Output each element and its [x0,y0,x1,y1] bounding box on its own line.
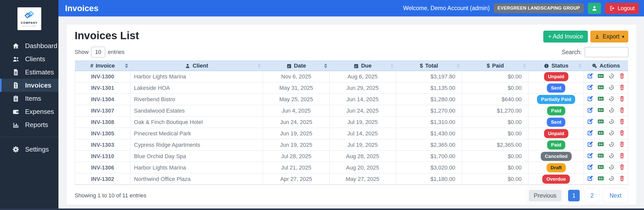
pagination: Previous 1 2 Next [527,188,628,203]
delete-invoice-button[interactable] [619,107,625,113]
edit-invoice-button[interactable] [587,95,593,102]
delete-invoice-button[interactable] [619,73,625,79]
users-icon [12,55,19,63]
edit-invoice-button[interactable] [587,73,593,79]
sidebar-item-dashboard[interactable]: Dashboard [0,39,58,52]
history-button[interactable] [608,107,615,113]
sidebar-item-settings[interactable]: Settings [0,143,58,156]
delete-invoice-button[interactable] [619,130,625,136]
history-button[interactable] [608,164,615,170]
edit-invoice-button[interactable] [587,175,593,182]
invoice-date: Jun 24, 2025 [263,116,329,128]
column-header-date[interactable]: Date [263,61,329,71]
delete-invoice-button[interactable] [619,141,625,148]
wallet-icon [12,108,19,115]
trash-icon [619,152,625,159]
edit-invoice-button[interactable] [587,118,593,125]
edit-invoice-button[interactable] [587,141,593,148]
record-payment-button[interactable]: $ [597,107,604,113]
record-payment-button[interactable]: $ [597,118,604,125]
edit-invoice-button[interactable] [587,152,593,159]
sidebar-item-reports[interactable]: Reports [0,118,58,131]
table-row[interactable]: INV-1301 Lakeside HOA May 31, 2025 Jun 2… [75,82,628,94]
edit-icon [587,175,593,182]
page-title: Invoices [65,4,98,13]
table-row[interactable]: INV-1305 Pinecrest Medical Park Jun 19, … [75,128,628,139]
show-label: Show [75,49,89,55]
paid-amount: $0.00 [462,173,528,185]
column-header-status[interactable]: Status [528,61,584,71]
history-icon [608,95,615,102]
svg-text:$: $ [598,132,600,134]
edit-invoice-button[interactable] [587,164,593,170]
client-name: Harbor Lights Marina [130,71,263,82]
svg-text:$: $ [15,85,17,88]
history-icon [608,118,615,125]
logout-button[interactable]: Logout [605,3,639,14]
page-length-select[interactable]: 10 [91,47,105,57]
delete-invoice-button[interactable] [619,118,625,125]
column-header-paid[interactable]: $Paid [462,61,528,71]
history-button[interactable] [608,175,615,182]
history-button[interactable] [608,95,615,102]
table-row[interactable]: INV-1300 Harbor Lights Marina Nov 6, 202… [75,71,628,82]
record-payment-button[interactable]: $ [597,164,604,170]
logout-label: Logout [618,5,635,12]
table-row[interactable]: INV-1304 Riverbend Bistro May 25, 2025 J… [75,94,628,105]
record-payment-button[interactable]: $ [597,130,604,136]
invoice-number: INV-1301 [75,82,130,94]
table-row[interactable]: INV-1303 Cypress Ridge Apartments Jun 19… [75,139,628,151]
invoice-number: INV-1305 [75,128,130,139]
delete-invoice-button[interactable] [619,84,625,91]
table-row[interactable]: INV-1306 Harbor Lights Marina Jul 21, 20… [75,162,628,173]
total-amount: $1,135.00 [396,82,462,94]
history-button[interactable] [608,152,615,159]
delete-invoice-button[interactable] [619,152,625,159]
column-header-due[interactable]: Due [329,61,396,71]
table-row[interactable]: INV-1310 Blue Orchid Day Spa Jul 28, 202… [75,151,628,162]
edit-invoice-button[interactable] [587,84,593,91]
delete-invoice-button[interactable] [619,95,625,102]
due-date: Jun 14, 2025 [329,94,396,105]
delete-invoice-button[interactable] [619,164,625,170]
sidebar-item-invoices[interactable]: $ Invoices [0,79,58,92]
add-invoice-button[interactable]: + Add Invoice [543,31,588,43]
due-date: Jul 14, 2025 [329,128,396,139]
page-2-button[interactable]: 2 [586,190,598,201]
previous-page-button[interactable]: Previous [529,190,561,201]
invoice-number: INV-1300 [75,71,130,82]
sidebar-item-clients[interactable]: Clients [0,52,58,66]
edit-invoice-button[interactable] [587,130,593,136]
history-button[interactable] [608,118,615,125]
export-button[interactable]: Export ▾ [590,31,628,43]
record-payment-button[interactable]: $ [597,141,604,148]
column-header-client[interactable]: Client [130,61,263,71]
user-account-button[interactable] [588,3,601,14]
page-1-button[interactable]: 1 [568,190,580,201]
svg-text:$: $ [598,143,600,146]
record-payment-button[interactable]: $ [597,73,604,79]
history-button[interactable] [608,84,615,91]
table-row[interactable]: INV-1302 Northwind Office Plaza Apr 27, … [75,173,628,185]
history-button[interactable] [608,141,615,148]
delete-invoice-button[interactable] [619,175,625,182]
paid-amount: $0.00 [462,162,528,173]
history-button[interactable] [608,130,615,136]
table-row[interactable]: INV-1307 Sandalwood Estates Jun 4, 2025 … [75,105,628,116]
record-payment-button[interactable]: $ [597,84,604,91]
edit-invoice-button[interactable] [587,107,593,113]
record-payment-button[interactable]: $ [597,152,604,159]
next-page-button[interactable]: Next [605,190,627,201]
column-header-total[interactable]: $Total [396,61,462,71]
record-payment-button[interactable]: $ [597,175,604,182]
record-payment-button[interactable]: $ [597,95,604,102]
history-button[interactable] [608,73,615,79]
sidebar-item-estimates[interactable]: Estimates [0,66,58,79]
column-header-invoice[interactable]: #Invoice [75,61,130,71]
table-row[interactable]: INV-1308 Oak & Finch Boutique Hotel Jun … [75,116,628,128]
sidebar-item-items[interactable]: Items [0,92,58,105]
sidebar-item-label: Expenses [25,108,54,116]
paid-amount: $0.00 [462,151,528,162]
search-input[interactable] [585,47,628,57]
sidebar-item-expenses[interactable]: Expenses [0,105,58,118]
